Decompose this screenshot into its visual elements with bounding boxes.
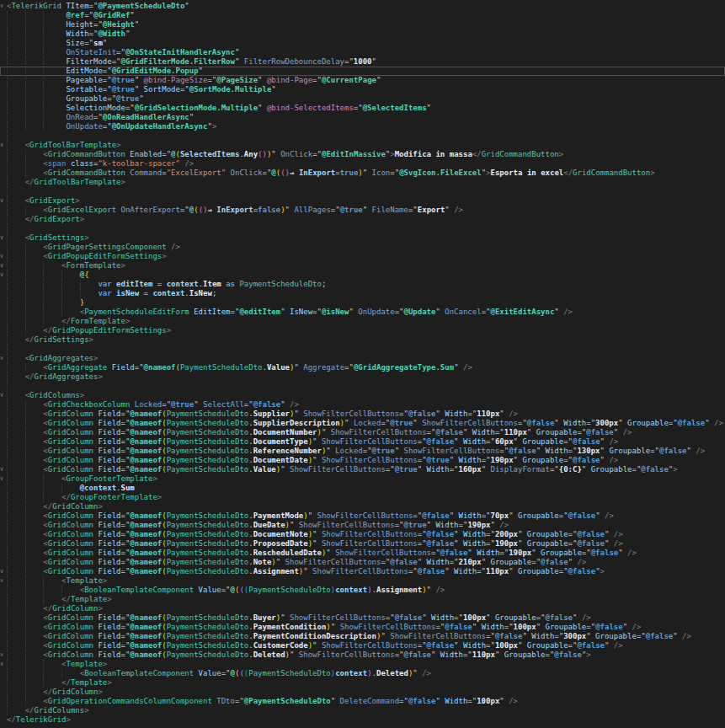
code-line[interactable]: ∨ <GroupFooterTemplate> bbox=[0, 474, 725, 484]
fold-chevron-icon[interactable]: ∨ bbox=[0, 2, 7, 11]
code-line[interactable]: <span class="k-toolbar-spacer" /> bbox=[0, 159, 725, 169]
code-line[interactable]: <GridColumn Field="@nameof(PaymentSchedu… bbox=[0, 521, 725, 530]
fold-chevron-icon[interactable]: ∨ bbox=[0, 474, 7, 484]
code-line[interactable]: SelectionMode="@GridSelectionMode.Multip… bbox=[0, 104, 725, 113]
code-line-current[interactable]: EditMode="@GridEditMode.Popup" bbox=[0, 67, 725, 76]
code-line[interactable]: ∨ <GridExport> bbox=[0, 196, 725, 206]
code-line[interactable]: ∨ <GridAggregates> bbox=[0, 354, 725, 363]
code-line[interactable]: @context.Sum bbox=[0, 484, 725, 493]
code-line[interactable]: </GridColumn> bbox=[0, 688, 725, 697]
code-line[interactable]: ∨ <GridSettings> bbox=[0, 233, 725, 243]
code-line[interactable]: @ref="@GridRef" bbox=[0, 11, 725, 20]
code-line[interactable]: <GridColumn Field="@nameof(PaymentSchedu… bbox=[0, 558, 725, 567]
code-line[interactable]: ∨ <GridColumn Field="@nameof(PaymentSche… bbox=[0, 650, 725, 660]
code-line[interactable]: ∨ <FormTemplate> bbox=[0, 261, 725, 270]
code-line[interactable]: Pageable="@true" @bind-PageSize="@PageSi… bbox=[0, 76, 725, 85]
code-line[interactable]: </GridExport> bbox=[0, 215, 725, 224]
code-line[interactable] bbox=[0, 131, 725, 141]
code-line[interactable]: </TelerikGrid> bbox=[0, 715, 725, 725]
code-line[interactable]: <BooleanTemplateComponent Value="@(((Pay… bbox=[0, 669, 725, 678]
code-line[interactable]: <GridColumn Field="@nameof(PaymentSchedu… bbox=[0, 530, 725, 539]
code-editor[interactable]: ∨<TelerikGrid TItem="@PaymentScheduleDto… bbox=[0, 0, 725, 728]
fold-chevron-icon[interactable]: ∨ bbox=[0, 196, 7, 206]
code-line[interactable]: <GridColumn Field="@nameof(PaymentSchedu… bbox=[0, 410, 725, 419]
code-line[interactable]: <BooleanTemplateComponent Value="@(((Pay… bbox=[0, 586, 725, 595]
code-line[interactable]: </FormTemplate> bbox=[0, 317, 725, 326]
code-line[interactable] bbox=[0, 224, 725, 233]
code-line[interactable]: <GridCommandButton Enabled="@(SelectedIt… bbox=[0, 150, 725, 159]
code-line[interactable]: </GridColumn> bbox=[0, 502, 725, 511]
code-line[interactable]: Height="@Height" bbox=[0, 20, 725, 29]
code-line[interactable]: <PaymentScheduleEditForm EditItem="@edit… bbox=[0, 308, 725, 317]
code-line[interactable] bbox=[0, 187, 725, 196]
code-line[interactable]: </GroupFooterTemplate> bbox=[0, 493, 725, 502]
code-line[interactable]: <GridColumn Field="@nameof(PaymentSchedu… bbox=[0, 456, 725, 465]
code-line[interactable] bbox=[0, 345, 725, 354]
code-line[interactable]: ∨ <Template> bbox=[0, 576, 725, 586]
code-line[interactable]: ∨ @{ bbox=[0, 270, 725, 280]
code-line[interactable]: Width="@Width" bbox=[0, 29, 725, 39]
code-line[interactable]: <GridColumn Field="@nameof(PaymentSchedu… bbox=[0, 632, 725, 641]
code-line[interactable] bbox=[0, 382, 725, 391]
code-token: </ bbox=[25, 706, 35, 715]
code-line[interactable]: </GridToolBarTemplate> bbox=[0, 178, 725, 187]
code-line[interactable]: </Template> bbox=[0, 678, 725, 688]
code-token: > bbox=[116, 141, 120, 149]
code-token: " bbox=[303, 567, 312, 575]
code-line[interactable]: <GridColumn Field="@nameof(PaymentSchedu… bbox=[0, 539, 725, 549]
code-line[interactable]: <GridColumn Field="@nameof(PaymentSchedu… bbox=[0, 613, 725, 623]
fold-chevron-icon[interactable]: ∨ bbox=[0, 141, 7, 150]
code-line[interactable]: FilterMode="@GridFilterMode.FilterRow" F… bbox=[0, 57, 725, 67]
code-line[interactable]: ∨ <GridToolBarTemplate> bbox=[0, 141, 725, 150]
code-line[interactable]: Size="sm" bbox=[0, 39, 725, 48]
fold-chevron-icon[interactable]: ∨ bbox=[0, 261, 7, 270]
fold-chevron-icon[interactable]: ∨ bbox=[0, 576, 7, 586]
code-line[interactable]: <GridColumn Field="@nameof(PaymentSchedu… bbox=[0, 641, 725, 650]
code-line[interactable]: <GridExcelExport OnAfterExport="@(()⇒ In… bbox=[0, 206, 725, 215]
code-line[interactable]: <GridOperationCommandsColumnComponent TD… bbox=[0, 697, 725, 706]
code-line[interactable]: OnStateInit="@OnStateInitHandlerAsync" bbox=[0, 48, 725, 57]
code-line[interactable]: var editItem = context.Item as PaymentSc… bbox=[0, 280, 725, 289]
code-line[interactable]: ∨ <GridColumn Field="@nameof(PaymentSche… bbox=[0, 465, 725, 474]
fold-chevron-icon[interactable]: ∨ bbox=[0, 233, 7, 243]
code-line[interactable]: } bbox=[0, 298, 725, 308]
fold-chevron-icon[interactable]: ∨ bbox=[0, 465, 7, 474]
code-line[interactable]: ∨ <Template> bbox=[0, 660, 725, 669]
fold-chevron-icon[interactable]: ∨ bbox=[0, 354, 7, 363]
code-line[interactable]: ∨<TelerikGrid TItem="@PaymentScheduleDto… bbox=[0, 2, 725, 11]
code-line[interactable]: <GridColumn Field="@nameof(PaymentSchedu… bbox=[0, 428, 725, 437]
code-line[interactable]: var isNew = context.IsNew; bbox=[0, 289, 725, 298]
fold-chevron-icon[interactable]: ∨ bbox=[0, 391, 7, 400]
code-line[interactable]: ∨ <GridPopupEditFormSettings> bbox=[0, 252, 725, 261]
code-line[interactable]: <GridColumn Field="@nameof(PaymentSchedu… bbox=[0, 437, 725, 447]
fold-chevron-icon[interactable]: ∨ bbox=[0, 567, 7, 576]
code-line[interactable]: </GridAggregates> bbox=[0, 372, 725, 382]
code-line[interactable]: <GridCheckboxColumn Locked="@true" Selec… bbox=[0, 400, 725, 410]
fold-chevron-icon[interactable]: ∨ bbox=[0, 660, 7, 669]
code-line[interactable]: <GridPagerSettingsComponent /> bbox=[0, 243, 725, 252]
code-line[interactable]: OnRead="@OnReadHandlerAsync" bbox=[0, 113, 725, 122]
code-line[interactable]: Sortable="@true" SortMode="@SortMode.Mul… bbox=[0, 85, 725, 94]
code-line[interactable]: Groupable="@true" bbox=[0, 94, 725, 104]
code-token: " bbox=[435, 410, 445, 418]
code-line[interactable]: <GridColumn Field="@nameof(PaymentSchedu… bbox=[0, 623, 725, 632]
fold-chevron-icon[interactable]: ∨ bbox=[0, 650, 7, 660]
code-line[interactable]: </GridColumn> bbox=[0, 604, 725, 613]
code-line[interactable]: ∨ <GridColumn Field="@nameof(PaymentSche… bbox=[0, 567, 725, 576]
code-line[interactable]: ∨ <GridColumns> bbox=[0, 391, 725, 400]
code-line[interactable]: <GridCommandButton Command="ExcelExport"… bbox=[0, 169, 725, 178]
code-line[interactable]: </GridColumns> bbox=[0, 706, 725, 715]
code-line[interactable]: <GridColumn Field="@nameof(PaymentSchedu… bbox=[0, 511, 725, 521]
code-line[interactable]: </GridPopupEditFormSettings> bbox=[0, 326, 725, 335]
code-token: Enabled bbox=[130, 150, 162, 158]
fold-chevron-icon[interactable]: ∨ bbox=[0, 252, 7, 261]
code-line[interactable]: <GridColumn Field="@nameof(PaymentSchedu… bbox=[0, 549, 725, 558]
code-line[interactable]: </GridSettings> bbox=[0, 335, 725, 345]
fold-chevron-icon[interactable]: ∨ bbox=[0, 270, 7, 280]
code-line[interactable]: </Template> bbox=[0, 595, 725, 604]
code-line[interactable]: <GridAggregate Field="@nameof(PaymentSch… bbox=[0, 363, 725, 372]
code-line[interactable]: <GridColumn Field="@nameof(PaymentSchedu… bbox=[0, 447, 725, 456]
code-line[interactable]: <GridColumn Field="@nameof(PaymentSchedu… bbox=[0, 419, 725, 428]
code-line[interactable]: OnUpdate="@OnUpdateHandlerAsync"> bbox=[0, 122, 725, 131]
code-line-text: <GridColumn Field="@nameof(PaymentSchedu… bbox=[7, 567, 605, 575]
